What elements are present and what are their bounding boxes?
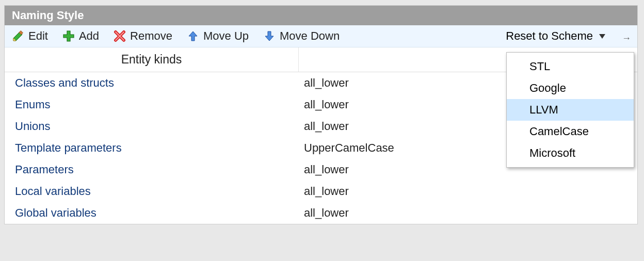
scheme-option[interactable]: CamelCase [507, 121, 634, 142]
move-down-label: Move Down [280, 29, 340, 43]
add-button[interactable]: Add [60, 28, 101, 44]
reset-to-scheme-button[interactable]: Reset to Scheme [503, 28, 608, 44]
chevron-down-icon [599, 34, 605, 39]
naming-style-panel: Naming Style Edit Add [4, 5, 638, 224]
remove-label: Remove [130, 29, 172, 43]
edit-button[interactable]: Edit [10, 28, 50, 44]
scheme-option[interactable]: Google [507, 77, 634, 99]
reset-label: Reset to Scheme [506, 29, 593, 43]
remove-button[interactable]: Remove [111, 28, 174, 44]
scheme-option[interactable]: STL [507, 56, 634, 77]
pencil-icon [12, 30, 24, 42]
scheme-option[interactable]: LLVM [507, 99, 634, 121]
table-row[interactable]: Global variablesall_lower [5, 202, 637, 224]
entity-kind-cell: Enums [5, 98, 299, 111]
reset-scheme-dropdown: STLGoogleLLVMCamelCaseMicrosoft [506, 52, 634, 168]
toolbar: Edit Add Remove [5, 25, 637, 47]
entity-style-cell: all_lower [299, 206, 637, 220]
entity-kind-cell: Global variables [5, 206, 299, 220]
move-up-label: Move Up [203, 29, 249, 43]
table-row[interactable]: Local variablesall_lower [5, 181, 637, 202]
entity-kind-cell: Template parameters [5, 141, 299, 155]
column-entity-kinds[interactable]: Entity kinds [5, 47, 299, 72]
scheme-option[interactable]: Microsoft [507, 142, 634, 164]
entity-style-cell: all_lower [299, 185, 637, 198]
plus-icon [62, 30, 75, 42]
entity-kind-cell: Parameters [5, 163, 299, 176]
add-label: Add [79, 29, 99, 43]
arrow-up-icon [187, 30, 199, 42]
move-up-button[interactable]: Move Up [185, 28, 251, 44]
entity-kind-cell: Local variables [5, 185, 299, 198]
entity-kind-cell: Classes and structs [5, 76, 299, 90]
edit-label: Edit [28, 29, 48, 43]
x-icon [114, 30, 126, 42]
move-down-button[interactable]: Move Down [261, 28, 342, 44]
panel-title: Naming Style [5, 6, 637, 25]
entity-kind-cell: Unions [5, 120, 299, 133]
arrow-down-icon [263, 30, 276, 42]
overflow-button[interactable]: → [619, 33, 632, 44]
